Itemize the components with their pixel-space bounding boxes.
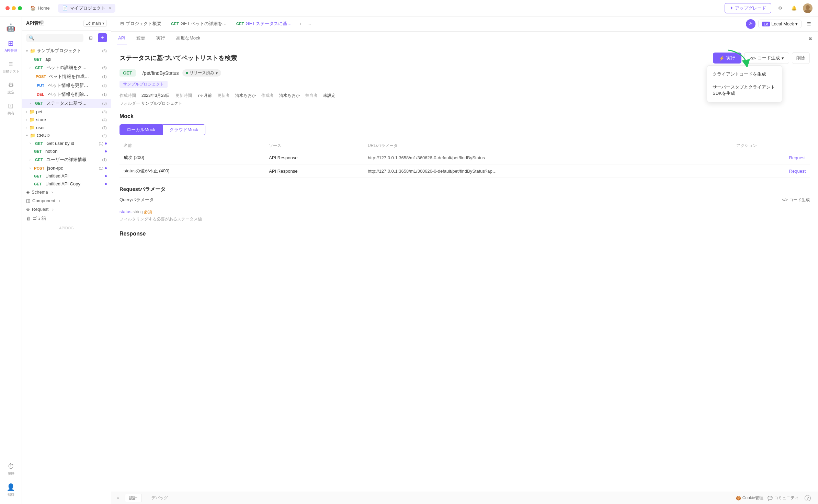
sidebar-item-history[interactable]: ⏱ 履歴 (0, 460, 22, 479)
tree-item-pet-delete[interactable]: DEL ペット情報を削除… (1) (22, 90, 111, 99)
tree-dot (105, 150, 107, 152)
method-del-badge: DEL (34, 92, 47, 97)
sec-tab-mock[interactable]: 高度なMock (175, 32, 202, 45)
method-get-badge: GET (171, 22, 179, 26)
tab-project[interactable]: 📄 マイプロジェクト × (58, 4, 116, 13)
sidebar-item-share[interactable]: ⊡ 共有 (0, 99, 22, 118)
mock-tab-local[interactable]: ローカルMock (120, 124, 162, 135)
code-gen-small-button[interactable]: </> コード生成 (782, 197, 810, 203)
tree-folder-crud[interactable]: ▾ 📁 CRUD (4) (22, 131, 111, 139)
method-get-badge: GET (33, 65, 45, 70)
avatar[interactable] (803, 3, 813, 13)
tree-schema[interactable]: ◈ Schema › (22, 188, 111, 196)
dropdown-item-client-code[interactable]: クライアントコードを生成 (707, 68, 782, 81)
search-box[interactable]: 🔍 (26, 34, 83, 42)
sidebar-item-settings[interactable]: ⚙ 設定 (0, 78, 22, 98)
tree-request[interactable]: ⊕ Request › (22, 205, 111, 214)
tree-item-api[interactable]: GET api (22, 55, 111, 63)
tree-item-user-detail[interactable]: › GET ユーザーの詳細情報 (1) (22, 155, 111, 164)
tree-item-pet-update[interactable]: PUT ペット情報を更新… (2) (22, 81, 111, 90)
tab-pet-detail[interactable]: GET GET ペットの詳細を… (166, 16, 231, 32)
method-put-badge: PUT (34, 83, 47, 88)
maximize-button[interactable] (18, 6, 22, 10)
creator-label: 作成者 (261, 93, 274, 99)
tree-item-untitled-api[interactable]: GET Untitled API (22, 172, 111, 180)
notification-icon-btn[interactable]: 🔔 (789, 3, 799, 13)
chevron-down-icon: ▾ (102, 21, 104, 26)
mock-tabs: ローカルMock クラウドMock (120, 124, 810, 135)
tree-item-notion[interactable]: GET notion (22, 147, 111, 155)
sec-tab-run[interactable]: 実行 (155, 32, 167, 45)
tree-label: api (45, 57, 107, 62)
sidebar-item-api[interactable]: ⊞ API管理 (0, 36, 22, 56)
tab-project-overview[interactable]: ⊞ プロジェクト概要 (115, 16, 166, 32)
tree-label: ペットの詳細をク… (46, 65, 100, 71)
mock-tab-cloud[interactable]: クラウドMock (162, 124, 205, 135)
method-get-badge: GET (32, 149, 44, 154)
tree-item-get-user-by-id[interactable]: › GET Get user by id (1) (22, 139, 111, 147)
filter-button[interactable]: ⊟ (86, 33, 95, 42)
code-gen-button[interactable]: </> コード生成 ▾ (744, 52, 789, 64)
tree-item-pet-create[interactable]: POST ペット情報を作成… (1) (22, 72, 111, 81)
tab-home[interactable]: 🏠 Home (26, 4, 54, 12)
community-button[interactable]: 💬 コミュニティ (768, 495, 799, 501)
tree-count: (3) (102, 110, 107, 114)
sec-tab-api[interactable]: API (117, 32, 127, 45)
chevron-right-icon: › (52, 190, 53, 195)
tree-dot (105, 175, 107, 177)
tab-status-search[interactable]: GET GET ステータスに基… (231, 16, 297, 32)
history-button[interactable]: ⟳ (746, 19, 755, 29)
minimize-button[interactable] (12, 6, 16, 10)
bottom-tab-design[interactable]: 設計 (125, 494, 142, 502)
bottom-nav-prev[interactable]: « (117, 495, 119, 501)
upgrade-button[interactable]: ✦ アップグレード (725, 3, 771, 13)
param-section-query: Queryパラメータ </> コード生成 status string 必須 フィ… (120, 197, 810, 225)
sidebar-item-autotest[interactable]: ≡ 自動テスト (0, 57, 22, 77)
cookie-manager-button[interactable]: 🍪 Cookie管理 (736, 495, 763, 501)
titlebar-right: ✦ アップグレード ⚙ 🔔 (725, 3, 813, 13)
updated-time-label: 更新時間 (175, 93, 192, 99)
tree-item-pet-detail[interactable]: › GET ペットの詳細をク… (6) (22, 63, 111, 72)
settings-icon-btn[interactable]: ⚙ (775, 3, 785, 13)
bottom-tab-debug[interactable]: デバッグ (147, 494, 172, 502)
run-button[interactable]: ⚡ 実行 (713, 53, 741, 64)
delete-button[interactable]: 削除 (792, 52, 810, 64)
dropdown-item-server-stub[interactable]: サーバースタブとクライアントSDKを生成 (707, 81, 782, 100)
col-action: アクション (732, 141, 810, 151)
help-button[interactable]: ? (803, 493, 813, 503)
tree-folder-sample[interactable]: ▾ 📁 サンプルプロジェクト (6) (22, 46, 111, 55)
bottom-right: 🍪 Cookie管理 💬 コミュニティ ? (736, 493, 813, 503)
tree-trash[interactable]: 🗑 ゴミ箱 (22, 214, 111, 223)
close-button[interactable] (5, 6, 10, 10)
status-badge[interactable]: リリース済み ▾ (182, 69, 221, 77)
tree-item-untitled-api-copy[interactable]: GET Untitled API Copy (22, 180, 111, 188)
env-selector[interactable]: Lo Local Mock ▾ (758, 20, 802, 28)
tab-close-button[interactable]: × (109, 5, 112, 11)
sidebar-label-share: 共有 (8, 111, 14, 116)
search-input[interactable] (36, 35, 81, 40)
assignee-value: 未設定 (323, 93, 336, 99)
tree-item-json-rpc[interactable]: › POST json-rpc (1) (22, 164, 111, 172)
tree-folder-user[interactable]: › 📁 user (7) (22, 124, 111, 131)
branch-icon: ⎇ (86, 21, 91, 26)
chevron-right-icon: › (26, 118, 27, 122)
mock-request-error[interactable]: Request (732, 164, 810, 178)
bottom-bar: « 設計 デバッグ 🍪 Cookie管理 💬 コミュニティ ? (111, 492, 818, 504)
tree-component[interactable]: ◫ Component › (22, 196, 111, 205)
sidebar-item-invite[interactable]: 👤 招待 (0, 480, 22, 500)
help-icon: ? (805, 495, 811, 501)
hamburger-button[interactable]: ☰ (804, 19, 814, 29)
add-tab-button[interactable]: + (296, 21, 305, 26)
method-get-badge: GET (32, 182, 44, 186)
more-tabs-button[interactable]: ··· (305, 21, 314, 26)
tree-item-status-search[interactable]: › GET ステータスに基づ… (3) (22, 99, 111, 108)
sec-tab-changes[interactable]: 変更 (135, 32, 147, 45)
layout-toggle[interactable]: ⊡ (809, 36, 813, 41)
tree-folder-store[interactable]: › 📁 store (4) (22, 116, 111, 124)
branch-selector[interactable]: ⎇ main ▾ (83, 20, 107, 27)
mock-request-success[interactable]: Request (732, 151, 810, 164)
add-button[interactable]: + (98, 33, 107, 42)
tree-folder-pet[interactable]: › 📁 pet (3) (22, 108, 111, 116)
mock-source-success: API Response (265, 151, 364, 164)
request-params-title: Requestパラメータ (120, 186, 810, 193)
